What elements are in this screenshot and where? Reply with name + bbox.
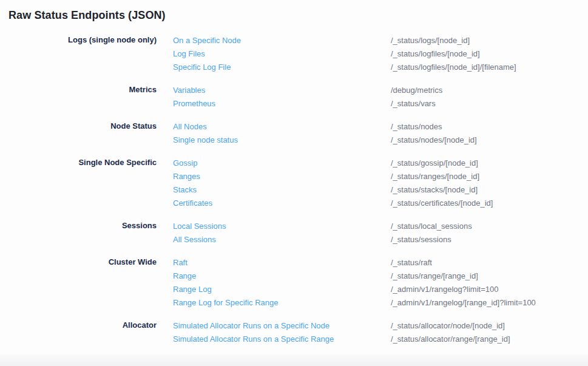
endpoint-link[interactable]: Single node status bbox=[173, 135, 391, 144]
bottom-band bbox=[0, 354, 588, 366]
endpoint-row: All Sessions/_status/sessions bbox=[157, 232, 588, 246]
endpoint-rows: On a Specific Node/_status/logs/[node_id… bbox=[157, 33, 588, 73]
category-label: Metrics bbox=[0, 83, 157, 110]
endpoint-row: Log Files/_status/logfiles/[node_id] bbox=[157, 47, 588, 60]
category-label: Node Status bbox=[0, 120, 157, 146]
endpoint-link[interactable]: All Nodes bbox=[173, 122, 391, 131]
endpoint-path: /debug/metrics bbox=[391, 86, 442, 95]
endpoint-link[interactable]: Certificates bbox=[173, 198, 391, 208]
endpoint-path: /_status/gossip/[node_id] bbox=[391, 158, 478, 168]
endpoint-group: MetricsVariables/debug/metricsPrometheus… bbox=[0, 83, 588, 110]
endpoint-path: /_status/vars bbox=[391, 99, 436, 108]
endpoint-link[interactable]: Range bbox=[173, 271, 391, 280]
endpoint-path: /_status/certificates/[node_id] bbox=[391, 198, 493, 208]
endpoint-rows: Variables/debug/metricsPrometheus/_statu… bbox=[157, 83, 588, 110]
endpoint-link[interactable]: Variables bbox=[173, 86, 391, 95]
endpoint-link[interactable]: Stacks bbox=[173, 185, 391, 194]
endpoint-group: SessionsLocal Sessions/_status/local_ses… bbox=[0, 219, 588, 246]
endpoint-link[interactable]: Simulated Allocator Runs on a Specific R… bbox=[173, 334, 391, 344]
endpoint-link[interactable]: Range Log for Specific Range bbox=[173, 298, 391, 307]
category-label: Logs (single node only) bbox=[0, 33, 157, 73]
endpoint-link[interactable]: Ranges bbox=[173, 172, 391, 181]
category-label: Cluster Wide bbox=[0, 256, 157, 309]
endpoint-row: Range/_status/range/[range_id] bbox=[157, 269, 588, 282]
endpoint-path: /_status/local_sessions bbox=[391, 222, 472, 231]
endpoint-rows: All Nodes/_status/nodesSingle node statu… bbox=[157, 120, 588, 146]
endpoint-group: Single Node SpecificGossip/_status/gossi… bbox=[0, 156, 588, 209]
endpoint-link[interactable]: Log Files bbox=[173, 49, 391, 58]
endpoint-row: Range Log/_admin/v1/rangelog?limit=100 bbox=[157, 282, 588, 296]
endpoint-path: /_admin/v1/rangelog/[range_id]?limit=100 bbox=[391, 298, 536, 307]
endpoint-path: /_status/logfiles/[node_id] bbox=[391, 49, 480, 58]
endpoint-link[interactable]: Prometheus bbox=[173, 99, 391, 108]
endpoint-link[interactable]: On a Specific Node bbox=[173, 36, 391, 45]
endpoint-path: /_status/range/[range_id] bbox=[391, 271, 478, 280]
endpoint-rows: Simulated Allocator Runs on a Specific N… bbox=[157, 319, 588, 345]
endpoint-row: Stacks/_status/stacks/[node_id] bbox=[157, 183, 588, 196]
endpoint-link[interactable]: Range Log bbox=[173, 285, 391, 294]
endpoint-row: Raft/_status/raft bbox=[157, 256, 588, 269]
endpoint-row: Certificates/_status/certificates/[node_… bbox=[157, 196, 588, 209]
endpoint-group: AllocatorSimulated Allocator Runs on a S… bbox=[0, 319, 588, 345]
endpoint-rows: Gossip/_status/gossip/[node_id]Ranges/_s… bbox=[157, 156, 588, 209]
endpoint-row: Variables/debug/metrics bbox=[157, 83, 588, 97]
endpoint-path: /_status/nodes/[node_id] bbox=[391, 135, 477, 144]
endpoints-table: Logs (single node only)On a Specific Nod… bbox=[0, 33, 588, 345]
endpoint-row: Simulated Allocator Runs on a Specific R… bbox=[157, 332, 588, 345]
endpoint-link[interactable]: Local Sessions bbox=[173, 222, 391, 231]
endpoint-rows: Local Sessions/_status/local_sessionsAll… bbox=[157, 219, 588, 246]
endpoint-row: Range Log for Specific Range/_admin/v1/r… bbox=[157, 296, 588, 309]
category-label: Single Node Specific bbox=[0, 156, 157, 209]
endpoint-link[interactable]: Raft bbox=[173, 258, 391, 267]
category-label: Sessions bbox=[0, 219, 157, 246]
endpoint-path: /_status/nodes bbox=[391, 122, 442, 131]
endpoint-link[interactable]: Simulated Allocator Runs on a Specific N… bbox=[173, 321, 391, 330]
endpoint-row: On a Specific Node/_status/logs/[node_id… bbox=[157, 33, 588, 47]
page-title: Raw Status Endpoints (JSON) bbox=[8, 8, 588, 22]
endpoint-row: Ranges/_status/ranges/[node_id] bbox=[157, 169, 588, 183]
endpoint-row: Specific Log File/_status/logfiles/[node… bbox=[157, 60, 588, 73]
endpoint-group: Node StatusAll Nodes/_status/nodesSingle… bbox=[0, 120, 588, 146]
endpoint-row: Single node status/_status/nodes/[node_i… bbox=[157, 133, 588, 146]
endpoint-row: Local Sessions/_status/local_sessions bbox=[157, 219, 588, 232]
endpoint-path: /_admin/v1/rangelog?limit=100 bbox=[391, 285, 498, 294]
endpoint-path: /_status/raft bbox=[391, 258, 432, 267]
endpoint-group: Logs (single node only)On a Specific Nod… bbox=[0, 33, 588, 73]
endpoint-row: Gossip/_status/gossip/[node_id] bbox=[157, 156, 588, 169]
endpoint-path: /_status/logs/[node_id] bbox=[391, 36, 470, 45]
endpoint-path: /_status/sessions bbox=[391, 235, 451, 244]
endpoint-path: /_status/allocator/node/[node_id] bbox=[391, 321, 505, 330]
endpoint-link[interactable]: Gossip bbox=[173, 158, 391, 168]
endpoint-row: All Nodes/_status/nodes bbox=[157, 120, 588, 133]
endpoint-path: /_status/ranges/[node_id] bbox=[391, 172, 479, 181]
endpoint-link[interactable]: Specific Log File bbox=[173, 63, 391, 72]
endpoint-path: /_status/stacks/[node_id] bbox=[391, 185, 478, 194]
endpoint-row: Simulated Allocator Runs on a Specific N… bbox=[157, 319, 588, 332]
endpoint-link[interactable]: All Sessions bbox=[173, 235, 391, 244]
endpoint-path: /_status/logfiles/[node_id]/[filename] bbox=[391, 63, 516, 72]
endpoint-path: /_status/allocator/range/[range_id] bbox=[391, 334, 510, 344]
endpoint-group: Cluster WideRaft/_status/raftRange/_stat… bbox=[0, 256, 588, 309]
endpoint-row: Prometheus/_status/vars bbox=[157, 97, 588, 110]
category-label: Allocator bbox=[0, 319, 157, 345]
endpoint-rows: Raft/_status/raftRange/_status/range/[ra… bbox=[157, 256, 588, 309]
